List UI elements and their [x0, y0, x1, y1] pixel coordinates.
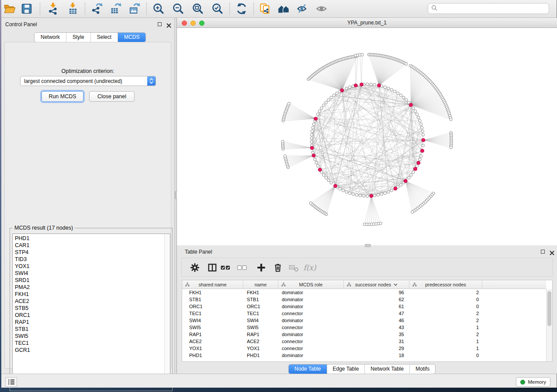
- houses-icon[interactable]: [277, 2, 291, 16]
- table-cell[interactable]: 1: [409, 338, 482, 345]
- table-cell[interactable]: 0: [409, 296, 482, 303]
- mcds-result-item[interactable]: CAR1: [13, 242, 165, 249]
- table-cell[interactable]: 0: [409, 303, 482, 310]
- table-row[interactable]: YOX1YOX1connector291: [182, 345, 546, 352]
- table-cell[interactable]: connector: [278, 345, 344, 352]
- export-image-icon[interactable]: [127, 2, 142, 16]
- memory-button[interactable]: Memory: [516, 377, 550, 387]
- mcds-result-item[interactable]: STP4: [13, 249, 165, 256]
- eye-icon[interactable]: [315, 2, 329, 16]
- table-cell[interactable]: FKH1: [182, 289, 243, 296]
- table-cell[interactable]: dominator: [278, 317, 344, 324]
- table-cell[interactable]: dominator: [278, 352, 344, 359]
- table-row[interactable]: ACE2ACE2connector311: [182, 338, 546, 345]
- tab-network[interactable]: Network: [35, 33, 66, 42]
- table-cell[interactable]: 29: [344, 345, 409, 352]
- table-cell[interactable]: 1: [409, 345, 482, 352]
- table-row[interactable]: ORC1ORC1dominator610: [182, 303, 546, 310]
- table-cell[interactable]: dominator: [278, 296, 344, 303]
- table-cell[interactable]: ORC1: [243, 303, 278, 310]
- tab-select[interactable]: Select: [90, 33, 118, 42]
- column-header-name[interactable]: name: [243, 280, 278, 289]
- table-cell[interactable]: dominator: [278, 303, 344, 310]
- table-cell[interactable]: SWI5: [182, 324, 243, 331]
- mcds-result-item[interactable]: TID3: [13, 256, 165, 263]
- add-column-icon[interactable]: [255, 262, 268, 273]
- table-cell[interactable]: ORC1: [182, 303, 243, 310]
- network-from-selection-icon[interactable]: [258, 2, 273, 16]
- search-box[interactable]: [428, 3, 549, 14]
- table-row[interactable]: TEC1TEC1connector472: [182, 310, 546, 317]
- close-table-panel-icon[interactable]: [550, 249, 554, 254]
- table-cell[interactable]: connector: [278, 338, 344, 345]
- table-cell[interactable]: 96: [344, 289, 409, 296]
- mcds-result-item[interactable]: TEC1: [13, 340, 165, 347]
- mcds-result-item[interactable]: PMA2: [13, 284, 165, 291]
- criterion-select[interactable]: largest connected component (undirected): [20, 76, 156, 86]
- table-row[interactable]: FKH1FKH1dominator962: [182, 289, 546, 296]
- table-cell[interactable]: 31: [344, 338, 409, 345]
- float-panel-icon[interactable]: [158, 22, 162, 26]
- table-cell[interactable]: 2: [409, 310, 482, 317]
- mcds-result-item[interactable]: ORC1: [13, 312, 165, 319]
- close-panel-button[interactable]: Close panel: [89, 91, 135, 102]
- table-cell[interactable]: 43: [344, 324, 409, 331]
- zoom-check-icon[interactable]: [210, 2, 225, 16]
- refresh-icon[interactable]: [234, 2, 249, 16]
- split-columns-icon[interactable]: [206, 262, 219, 273]
- search-input[interactable]: [439, 5, 549, 12]
- table-cell[interactable]: STB1: [243, 296, 278, 303]
- table-cell[interactable]: 2: [409, 289, 482, 296]
- column-header-shared-name[interactable]: shared name: [182, 280, 243, 289]
- table-cell[interactable]: connector: [278, 310, 344, 317]
- mcds-list-scrollbar[interactable]: [164, 234, 170, 383]
- table-scrollbar[interactable]: [546, 289, 552, 361]
- import-table-icon[interactable]: [66, 2, 80, 16]
- column-header-MCDS-role[interactable]: MCDS role: [278, 280, 344, 289]
- tab-edge-table[interactable]: Edge Table: [327, 364, 365, 374]
- table-row[interactable]: SWI5SWI5connector431: [182, 324, 546, 331]
- export-network-icon[interactable]: [90, 2, 104, 16]
- mcds-result-item[interactable]: PHD1: [13, 235, 165, 242]
- column-header-successor-nodes[interactable]: successor nodes: [344, 280, 409, 289]
- mcds-result-item[interactable]: GCR1: [13, 347, 165, 354]
- tab-motifs[interactable]: Motifs: [409, 364, 435, 374]
- save-icon[interactable]: [19, 2, 34, 16]
- table-cell[interactable]: 1: [409, 324, 482, 331]
- table-cell[interactable]: TEC1: [182, 310, 243, 317]
- settings-gear-icon[interactable]: [188, 262, 201, 273]
- tab-network-table[interactable]: Network Table: [364, 364, 409, 374]
- table-cell[interactable]: YOX1: [182, 345, 243, 352]
- table-cell[interactable]: ACE2: [243, 338, 278, 345]
- mcds-result-item[interactable]: FKH1: [13, 291, 165, 298]
- folder-open-icon[interactable]: [2, 2, 17, 16]
- table-cell[interactable]: ACE2: [182, 338, 243, 345]
- mcds-result-item[interactable]: STB5: [13, 305, 165, 312]
- select-all-icon[interactable]: [219, 262, 232, 273]
- mcds-result-item[interactable]: SRD1: [13, 277, 165, 284]
- table-cell[interactable]: STB1: [182, 296, 243, 303]
- run-mcds-button[interactable]: Run MCDS: [42, 91, 83, 102]
- table-cell[interactable]: dominator: [278, 289, 344, 296]
- table-cell[interactable]: 46: [344, 317, 409, 324]
- mcds-result-item[interactable]: YOX1: [13, 263, 165, 270]
- table-cell[interactable]: RAP1: [243, 331, 278, 338]
- table-cell[interactable]: 18: [344, 352, 409, 359]
- delete-column-icon[interactable]: [271, 262, 284, 273]
- table-cell[interactable]: SWI5: [243, 324, 278, 331]
- table-row[interactable]: STB1STB1dominator620: [182, 296, 546, 303]
- table-cell[interactable]: FKH1: [243, 289, 278, 296]
- table-cell[interactable]: 62: [344, 296, 409, 303]
- table-scrollbar-thumb[interactable]: [547, 291, 551, 326]
- zoom-in-icon[interactable]: [151, 2, 166, 16]
- table-cell[interactable]: 35: [344, 331, 409, 338]
- mcds-result-item[interactable]: SWI5: [13, 333, 165, 340]
- table-row[interactable]: SWI4SWI4dominator462: [182, 317, 546, 324]
- table-cell[interactable]: 61: [344, 303, 409, 310]
- table-row[interactable]: RAP1RAP1dominator352: [182, 331, 546, 338]
- tab-node-table[interactable]: Node Table: [289, 364, 327, 374]
- table-cell[interactable]: connector: [278, 324, 344, 331]
- tab-style[interactable]: Style: [66, 33, 90, 42]
- table-cell[interactable]: dominator: [278, 331, 344, 338]
- network-graph[interactable]: [177, 28, 557, 245]
